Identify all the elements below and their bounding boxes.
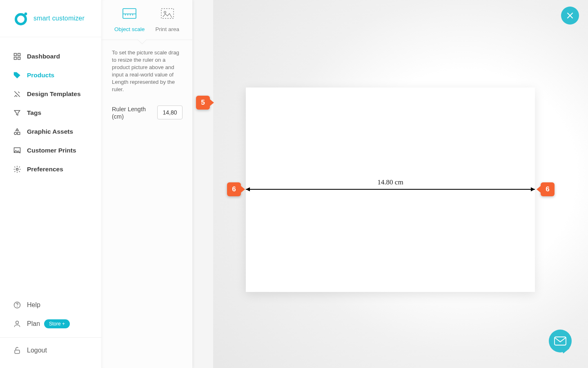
svg-point-12 (17, 306, 18, 307)
sidebar: smart customizer Dashboard Products Desi… (0, 0, 101, 368)
sidebar-item-label: Plan (27, 320, 40, 328)
ruler-bar[interactable] (246, 189, 535, 190)
sidebar-item-graphic-assets[interactable]: Graphic Assets (13, 122, 94, 141)
shapes-icon (13, 128, 21, 136)
sidebar-item-label: Graphic Assets (27, 128, 73, 135)
settings-panel: Object scale Print area To set the pictu… (101, 0, 193, 368)
sidebar-item-customer-prints[interactable]: Customer Prints (13, 141, 94, 160)
sidebar-item-label: Help (27, 301, 40, 309)
svg-point-13 (16, 321, 19, 324)
ruler-display-value: 14.80 cm (246, 178, 535, 186)
svg-rect-3 (18, 54, 20, 56)
panel-help-text: To set the picture scale drag to resize … (112, 49, 183, 93)
svg-point-10 (16, 168, 18, 171)
tab-print-area[interactable]: Print area (155, 7, 179, 32)
mail-icon (554, 337, 566, 346)
ruler-tab-icon (122, 7, 137, 20)
brand-logo-icon (14, 11, 28, 25)
svg-rect-8 (18, 132, 20, 135)
sidebar-item-plan[interactable]: Plan Store + (13, 314, 94, 333)
dashboard-icon (13, 52, 21, 61)
chat-button[interactable] (549, 330, 572, 352)
callout-marker-5: 5 (196, 96, 210, 110)
svg-point-6 (15, 74, 16, 74)
sidebar-item-label: Tags (27, 109, 41, 117)
sidebar-item-logout[interactable]: Logout (13, 341, 94, 360)
print-area-tab-icon (160, 7, 175, 20)
sidebar-item-label: Logout (27, 347, 47, 354)
ruler-length-label: Ruler Length (cm) (112, 105, 157, 120)
sidebar-item-label: Dashboard (27, 53, 60, 60)
svg-point-0 (16, 14, 26, 24)
sidebar-bottom: Help Plan Store + Logout (0, 292, 101, 368)
sidebar-item-label: Customer Prints (27, 147, 76, 154)
design-icon (13, 90, 21, 98)
sidebar-item-label: Products (27, 72, 54, 79)
svg-rect-18 (555, 337, 566, 345)
sidebar-item-dashboard[interactable]: Dashboard (13, 47, 94, 66)
sidebar-divider (0, 337, 101, 338)
svg-rect-4 (14, 57, 17, 60)
product-preview-card[interactable] (246, 88, 535, 292)
ruler-length-input[interactable] (157, 105, 183, 119)
sidebar-item-design-templates[interactable]: Design Templates (13, 85, 94, 103)
user-icon (13, 320, 21, 328)
svg-point-7 (14, 132, 17, 135)
ruler-length-label-line1: Ruler Length (112, 106, 146, 112)
sidebar-item-label: Design Templates (27, 90, 81, 98)
prints-icon (13, 146, 21, 155)
gear-icon (13, 165, 21, 173)
sidebar-item-tags[interactable]: Tags (13, 103, 94, 122)
close-button[interactable] (561, 7, 579, 25)
svg-rect-5 (18, 57, 20, 60)
tab-label: Print area (155, 26, 179, 32)
sidebar-item-products[interactable]: Products (13, 66, 94, 85)
canvas-area: 14.80 cm 6 6 (193, 0, 588, 368)
svg-rect-14 (15, 350, 20, 353)
svg-point-1 (24, 13, 27, 16)
tag-icon (13, 71, 21, 79)
svg-rect-2 (14, 54, 17, 56)
filter-icon (13, 109, 21, 117)
help-icon (13, 301, 21, 309)
ruler-length-row: Ruler Length (cm) (112, 105, 183, 120)
svg-point-17 (164, 11, 166, 13)
brand-name: smart customizer (33, 15, 85, 22)
sidebar-nav: Dashboard Products Design Templates Tags (0, 37, 101, 292)
panel-tabs: Object scale Print area (101, 0, 192, 40)
sidebar-item-label: Preferences (27, 166, 63, 173)
tab-label: Object scale (114, 26, 145, 32)
sidebar-item-preferences[interactable]: Preferences (13, 160, 94, 179)
svg-rect-15 (123, 9, 136, 18)
lock-open-icon (13, 346, 21, 355)
sidebar-item-help[interactable]: Help (13, 296, 94, 314)
plan-badge: Store + (44, 319, 70, 328)
callout-marker-6-right: 6 (541, 182, 555, 196)
close-icon (566, 11, 574, 20)
callout-marker-6-left: 6 (227, 182, 241, 196)
ruler-length-label-line2: (cm) (112, 113, 124, 120)
brand: smart customizer (0, 0, 101, 37)
tab-object-scale[interactable]: Object scale (114, 7, 145, 32)
